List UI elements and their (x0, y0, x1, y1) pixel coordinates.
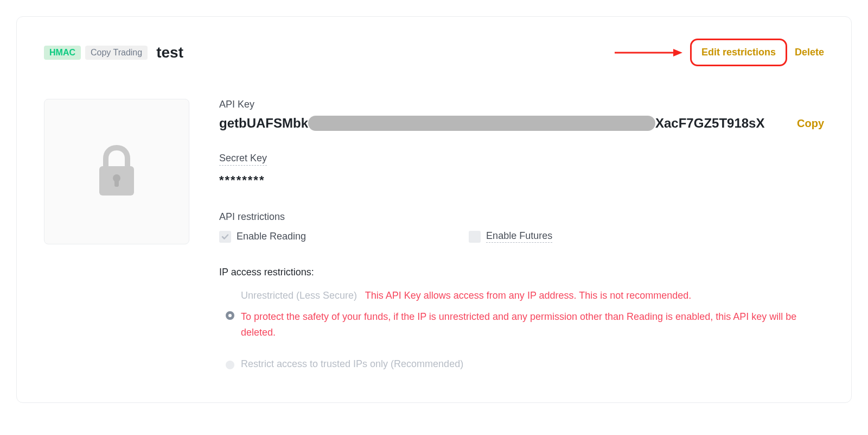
svg-rect-4 (114, 178, 119, 187)
enable-futures-label: Enable Futures (486, 230, 552, 243)
radio-unselected-icon (226, 361, 234, 369)
restricted-option-label: Restrict access to trusted IPs only (Rec… (241, 358, 463, 370)
api-key-label: API Key (219, 99, 824, 110)
content-row: API Key getbUAFSMbk XacF7GZ5T918sX Copy … (44, 99, 824, 375)
checkbox-checked-icon (219, 231, 231, 243)
api-key-suffix: XacF7GZ5T918sX (655, 116, 764, 131)
hmac-badge: HMAC (44, 46, 81, 60)
enable-reading-label: Enable Reading (237, 231, 306, 242)
radio-selected-icon (226, 311, 234, 320)
secret-key-value: ******** (219, 173, 824, 187)
unrestricted-warning-1: This API Key allows access from any IP a… (365, 290, 692, 301)
api-key-prefix: getbUAFSMbk (219, 116, 308, 131)
enable-futures-checkbox[interactable]: Enable Futures (469, 230, 552, 243)
edit-restrictions-button[interactable]: Edit restrictions (690, 39, 787, 66)
api-restrictions-label: API restrictions (219, 211, 824, 223)
unrestricted-warning-2: To protect the safety of your funds, if … (241, 309, 824, 341)
api-key-name: test (156, 44, 183, 61)
annotation-arrow-icon (615, 47, 682, 58)
delete-button[interactable]: Delete (795, 47, 824, 58)
header-right: Edit restrictions Delete (615, 39, 824, 66)
card-header: HMAC Copy Trading test Edit restrictions… (44, 39, 824, 66)
copy-api-key-button[interactable]: Copy (797, 117, 824, 130)
api-key-value: getbUAFSMbk XacF7GZ5T918sX (219, 116, 786, 131)
header-left: HMAC Copy Trading test (44, 44, 183, 61)
ip-option-restricted[interactable]: Restrict access to trusted IPs only (Rec… (219, 358, 824, 370)
checkbox-unchecked-icon (469, 231, 481, 243)
details-column: API Key getbUAFSMbk XacF7GZ5T918sX Copy … (219, 99, 824, 375)
copy-trading-badge: Copy Trading (85, 46, 148, 60)
lock-icon (95, 144, 138, 199)
restrictions-row: Enable Reading Enable Futures (219, 230, 824, 243)
ip-restrictions-label: IP access restrictions: (219, 267, 824, 278)
ip-option-text: Unrestricted (Less Secure) This API Key … (241, 288, 691, 304)
svg-marker-1 (673, 49, 682, 56)
ip-option-unrestricted-line2[interactable]: To protect the safety of your funds, if … (219, 309, 824, 341)
unrestricted-muted-text: Unrestricted (Less Secure) (241, 290, 357, 301)
api-key-redacted-mask (308, 116, 655, 131)
qr-placeholder (44, 99, 189, 244)
enable-reading-checkbox[interactable]: Enable Reading (219, 231, 306, 243)
api-key-card: HMAC Copy Trading test Edit restrictions… (16, 16, 852, 403)
ip-option-unrestricted-line1: Unrestricted (Less Secure) This API Key … (219, 288, 824, 304)
secret-key-label: Secret Key (219, 153, 267, 166)
api-key-row: getbUAFSMbk XacF7GZ5T918sX Copy (219, 116, 824, 131)
